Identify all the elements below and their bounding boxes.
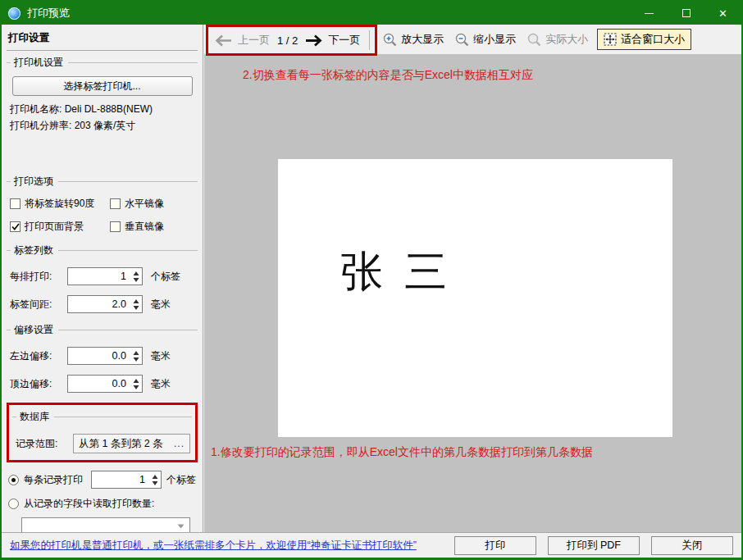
printer-settings-group: 打印机设置 选择标签打印机... 打印机名称: Deli DL-888B(NEW… [7, 56, 198, 170]
spinner-arrows-icon[interactable] [148, 471, 161, 488]
close-dialog-button[interactable]: 关闭 [651, 536, 733, 555]
checkbox-unchecked-icon [110, 198, 121, 209]
titlebar: 打印预览 ✕ [2, 2, 741, 25]
record-range-field[interactable]: 从第 1 条到第 2 条 ... [73, 434, 190, 453]
zoom-out-button[interactable]: 缩小显示 [449, 29, 522, 50]
next-page-arrow-icon[interactable] [305, 34, 322, 47]
spinner-arrows-icon[interactable] [130, 296, 142, 312]
offset-settings-group: 偏移设置 左边偏移: 0.0 毫米 顶边偏移: 0.0 [7, 323, 198, 393]
checkbox-checked-icon [10, 221, 21, 232]
top-offset-label: 顶边偏移: [10, 377, 67, 391]
dropdown-arrow-icon [177, 524, 185, 529]
fit-window-button[interactable]: 适合窗口大小 [597, 29, 691, 50]
actual-size-icon [527, 33, 541, 47]
rotate-90-checkbox[interactable]: 将标签旋转90度 [10, 197, 110, 211]
database-highlight-box: 数据库 记录范围: 从第 1 条到第 2 条 ... [7, 403, 198, 462]
checkbox-unchecked-icon [110, 221, 121, 232]
per-record-spinner[interactable]: 1 [91, 471, 162, 489]
software-promo-link[interactable]: 如果您的打印机是普通打印机，或一张纸需排多个卡片，欢迎使用“神奇证卡证书打印软件… [10, 539, 417, 553]
printer-name-text: 打印机名称: Deli DL-888B(NEW) [7, 101, 198, 117]
spinner-arrows-icon[interactable] [130, 376, 142, 392]
label-content-text: 张三 [340, 244, 468, 301]
label-gap-label: 标签间距: [10, 298, 67, 312]
mirror-horizontal-label: 水平镜像 [125, 197, 164, 211]
radio-selected-icon[interactable] [8, 475, 19, 485]
actual-size-label: 实际大小 [545, 32, 588, 47]
per-row-label: 每排打印: [10, 270, 67, 284]
maximize-icon [682, 9, 691, 17]
window-controls: ✕ [631, 2, 741, 25]
app-icon [8, 7, 21, 20]
close-icon: ✕ [718, 8, 727, 19]
toolbar-separator [369, 30, 370, 50]
print-to-pdf-button[interactable]: 打印到 PDF [548, 536, 640, 555]
options-group-label: 打印选项 [7, 175, 198, 189]
label-preview-card: 张三 [278, 159, 672, 437]
footer-bar: 如果您的打印机是普通打印机，或一张纸需排多个卡片，欢迎使用“神奇证卡证书打印软件… [2, 532, 741, 558]
actual-size-button[interactable]: 实际大小 [522, 29, 594, 50]
page-navigation-highlight-box: 上一页 1 / 2 下一页 [206, 25, 377, 56]
window-title: 打印预览 [27, 6, 70, 20]
printer-group-label: 打印机设置 [7, 56, 198, 70]
zoom-in-label: 放大显示 [401, 32, 444, 47]
prev-page-arrow-icon[interactable] [215, 34, 232, 47]
per-row-spinner[interactable]: 1 [67, 267, 143, 285]
rotate-90-label: 将标签旋转90度 [25, 197, 94, 211]
mirror-vertical-label: 垂直镜像 [125, 220, 164, 234]
print-settings-panel: 打印设置 打印机设置 选择标签打印机... 打印机名称: Deli DL-888… [2, 25, 203, 532]
spinner-arrows-icon[interactable] [130, 268, 142, 285]
left-offset-label: 左边偏移: [10, 349, 67, 363]
database-group-label: 数据库 [12, 410, 192, 424]
page-indicator: 1 / 2 [277, 34, 298, 47]
left-offset-unit: 毫米 [151, 349, 171, 363]
from-field-radio-row: 从记录的字段中读取打印数量: [8, 497, 196, 511]
panel-title: 打印设置 [7, 28, 198, 51]
annotation-step2: 2.切换查看每一张标签的内容是否与Excel中数据相互对应 [243, 68, 533, 83]
printer-dpi-text: 打印机分辨率: 203 像素/英寸 [7, 117, 198, 134]
from-field-label: 从记录的字段中读取打印数量: [24, 497, 154, 511]
next-page-button[interactable]: 下一页 [328, 33, 360, 48]
record-range-label: 记录范围: [16, 437, 73, 451]
toolbar: 上一页 1 / 2 下一页 放大显示 缩小显示 实际大小 [204, 25, 741, 54]
quantity-field-dropdown[interactable] [21, 517, 190, 532]
label-gap-value: 2.0 [68, 296, 130, 312]
spinner-arrows-icon[interactable] [130, 348, 142, 364]
top-offset-value: 0.0 [68, 376, 130, 392]
record-range-ellipsis-button[interactable]: ... [174, 438, 185, 449]
fit-window-icon [604, 33, 617, 46]
minimize-button[interactable] [631, 2, 668, 25]
print-button[interactable]: 打印 [454, 536, 536, 555]
page-background-checkbox[interactable]: 打印页面背景 [10, 220, 110, 234]
radio-unselected-icon[interactable] [8, 499, 19, 509]
label-columns-group: 标签列数 每排打印: 1 个标签 标签间距: 2.0 [7, 244, 198, 313]
per-row-value: 1 [68, 268, 130, 285]
zoom-out-label: 缩小显示 [473, 32, 516, 47]
page-background-label: 打印页面背景 [25, 220, 84, 234]
zoom-out-icon [455, 33, 469, 47]
columns-group-label: 标签列数 [7, 244, 198, 257]
maximize-button[interactable] [668, 2, 704, 25]
annotation-step1: 1.修改要打印的记录范围，即从Excel文件中的第几条数据打印到第几条数据 [211, 445, 593, 460]
per-record-label: 每条记录打印 [24, 473, 83, 487]
per-record-radio-row: 每条记录打印 1 个标签 [8, 471, 196, 489]
minimize-icon [645, 13, 654, 14]
offset-group-label: 偏移设置 [7, 323, 198, 337]
per-record-value: 1 [92, 471, 148, 488]
top-offset-unit: 毫米 [151, 377, 171, 391]
close-button[interactable]: ✕ [704, 2, 741, 25]
mirror-vertical-checkbox[interactable]: 垂直镜像 [110, 220, 196, 234]
prev-page-button[interactable]: 上一页 [238, 33, 270, 48]
print-preview-window: 打印预览 ✕ 上一页 1 / 2 下一页 放大显示 [0, 0, 743, 560]
zoom-in-button[interactable]: 放大显示 [377, 29, 449, 50]
left-offset-spinner[interactable]: 0.0 [67, 347, 143, 365]
mirror-horizontal-checkbox[interactable]: 水平镜像 [110, 197, 196, 211]
fit-window-label: 适合窗口大小 [621, 32, 685, 47]
top-offset-spinner[interactable]: 0.0 [67, 375, 143, 393]
select-printer-button[interactable]: 选择标签打印机... [12, 76, 193, 96]
print-options-group: 打印选项 将标签旋转90度 水平镜像 打印页面背景 [7, 175, 198, 234]
label-gap-unit: 毫米 [151, 298, 171, 312]
zoom-in-icon [383, 33, 397, 47]
left-offset-value: 0.0 [68, 348, 130, 364]
label-gap-spinner[interactable]: 2.0 [67, 295, 143, 313]
per-row-unit: 个标签 [151, 270, 180, 284]
